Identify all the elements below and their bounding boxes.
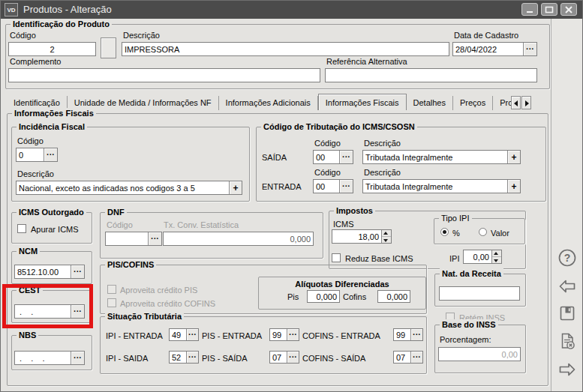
spin-up-icon[interactable] [492,250,501,257]
data-cadastro-value: 28/04/2022 [453,43,523,55]
pis-entrada-label: PIS - ENTRADA [202,331,262,341]
cancel-record-button[interactable] [557,331,577,351]
group-title: NCM [17,246,40,256]
help-icon: ? [557,248,577,268]
icms-spinner-field[interactable]: 18,00 [332,229,392,244]
save-button[interactable] [557,304,577,323]
ncm-lookup-button[interactable] [71,265,84,278]
group-title: Tipo IPI [439,213,472,223]
tab-scroll-right-button[interactable] [521,96,531,109]
pis-entrada-value: 99 [270,329,287,340]
icms-spin-buttons[interactable] [381,230,391,243]
ipi-spin-buttons[interactable] [491,250,501,263]
saida-codigo-value: 00 [314,151,339,163]
group-title: Nat. da Receita [440,268,503,279]
codigo-lookup-button[interactable] [101,37,116,58]
spin-down-icon[interactable] [382,237,391,243]
tipo-ipi-percent-label: % [452,229,460,238]
incidencia-descricao-combo[interactable]: Nacional, exceto as indicadas nos codigo… [16,181,242,195]
pis-saida-lookup-button[interactable] [287,352,299,363]
incidencia-descricao-dropdown-button[interactable] [229,181,242,194]
pis-entrada-field[interactable]: 99 [269,328,299,341]
dnf-codigo-label: Código [107,220,133,230]
pis-saida-field[interactable]: 07 [269,351,299,364]
tab-precos[interactable]: Preços [453,96,493,110]
incidencia-codigo-field[interactable]: 0 [16,148,58,162]
ipi-entrada-lookup-button[interactable] [186,329,198,340]
dnf-tx-field: 0,000 [163,232,314,246]
tab-informacoes-fiscais[interactable]: Informações Fiscais [318,94,407,110]
nbs-field[interactable]: . . . [14,351,85,365]
dnf-codigo-value [106,232,148,245]
nat-receita-value [440,287,519,300]
complemento-field[interactable] [8,68,320,82]
cofins-entrada-lookup-button[interactable] [410,329,422,340]
group-title: ICMS Outorgado [17,207,86,217]
ncm-field[interactable]: 8512.10.00 [14,265,85,279]
ipi-entrada-field[interactable]: 49 [169,328,199,341]
tipo-ipi-percent-radio[interactable] [440,228,449,236]
tab-informacoes-adicionais[interactable]: Informações Adicionais [219,96,318,110]
entrada-descricao-combo[interactable]: Tributada Integralmente [362,179,521,193]
cofins-entrada-field[interactable]: 99 [393,328,423,341]
calendar-lookup-button[interactable] [523,43,536,55]
pis-saida-label: PIS - SAÍDA [202,354,248,364]
entrada-descricao-dropdown-button[interactable] [507,180,520,193]
entrada-codigo-field[interactable]: 00 [313,179,353,193]
minimize-icon [525,6,534,13]
minimize-button[interactable] [521,3,538,16]
close-button[interactable] [560,3,577,16]
data-cadastro-field[interactable]: 28/04/2022 [452,42,537,56]
apurar-icms-checkbox[interactable] [17,224,26,233]
referencia-field[interactable] [325,68,537,82]
tipo-ipi-valor-radio[interactable] [479,228,487,236]
spin-down-icon[interactable] [492,257,501,263]
maximize-button[interactable] [541,3,557,16]
codigo-field[interactable]: 2 [8,42,96,56]
titlebar[interactable]: VD Produtos - Alteração [1,1,582,19]
cofins-saida-field[interactable]: 07 [393,351,423,364]
saida-codigo-lookup-button[interactable] [339,151,353,163]
cofins-saida-lookup-button[interactable] [410,352,422,363]
tab-propriedades[interactable]: Prop [493,96,511,110]
tab-scroll-left-button[interactable] [511,96,521,109]
svg-text:?: ? [564,252,571,264]
ncm-value: 8512.10.00 [15,265,71,278]
pis-entrada-lookup-button[interactable] [287,329,299,340]
panel-title: Alíquotas Diferenciadas [259,279,425,289]
help-button[interactable]: ? [557,248,577,268]
next-record-button[interactable] [557,360,577,379]
ipi-spinner-field[interactable]: 0,00 [463,250,502,264]
saida-codigo-field[interactable]: 00 [313,150,353,164]
nat-receita-field[interactable] [439,286,520,301]
nbs-lookup-button[interactable] [71,352,84,364]
aliquota-cofins-field[interactable]: 0,000 [377,290,410,303]
saida-descricao-combo[interactable]: Tributada Integralmente [362,150,521,164]
ipi-label: IPI [449,254,459,264]
saida-descricao-dropdown-button[interactable] [507,151,520,163]
group-title: NBS [17,330,38,340]
dnf-codigo-lookup-button[interactable] [148,232,161,245]
cofins-entrada-label: COFINS - ENTRADA [302,331,380,341]
arrow-left-icon [514,100,518,106]
entrada-codigo-lookup-button[interactable] [339,180,353,193]
ipi-saida-lookup-button[interactable] [186,352,198,363]
save-icon [557,304,577,323]
maximize-icon [545,6,554,13]
aliquota-pis-field[interactable]: 0,000 [307,290,340,303]
dnf-codigo-field[interactable] [105,232,162,246]
descricao-field[interactable]: IMPRESSORA [122,42,449,56]
group-title: Impostos [334,205,375,216]
spin-up-icon[interactable] [382,230,391,237]
group-title: Base do INSS [440,319,498,330]
incidencia-codigo-lookup-button[interactable] [44,148,57,161]
cofins-entrada-value: 99 [394,329,410,340]
reduz-base-icms-checkbox[interactable] [332,253,341,262]
ipi-saida-field[interactable]: 52 [169,351,199,364]
entrada-descricao-value: Tributada Integralmente [363,180,507,193]
aproveita-credito-pis-checkbox [107,285,116,294]
tab-detalhes[interactable]: Detalhes [407,96,453,110]
saida-label: SAÍDA [262,153,287,163]
icms-label: ICMS [333,220,354,229]
previous-record-button[interactable] [557,277,577,296]
